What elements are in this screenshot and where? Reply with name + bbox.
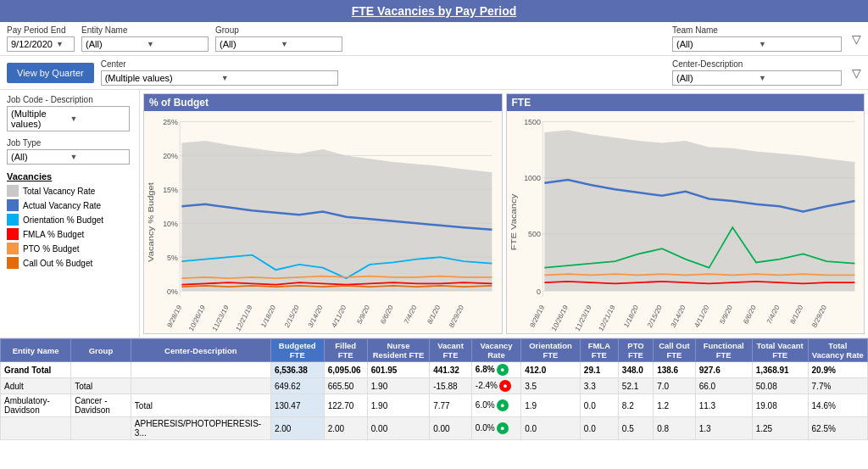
cell-nurse-res: 1.90 — [367, 378, 429, 394]
cell-functional: 66.0 — [695, 378, 752, 394]
vacancies-legend: Vacancies Total Vacancy Rate Actual Vaca… — [7, 171, 132, 269]
col-vacancy-rate: Vacancy Rate — [471, 339, 520, 362]
col-center: Center-Description — [131, 339, 270, 362]
cell-vacancy-rate: 6.8%● — [471, 362, 520, 378]
fmla-swatch — [7, 228, 19, 240]
pay-period-arrow: ▼ — [56, 40, 70, 48]
budget-chart-title: % of Budget — [144, 94, 502, 111]
center-desc-label: Center-Description — [672, 59, 842, 69]
cell-entity: Adult — [1, 378, 71, 394]
cell-orientation: 0.0 — [521, 417, 581, 440]
team-label: Team Name — [672, 25, 842, 35]
svg-text:25%: 25% — [163, 117, 178, 127]
cell-callout: 138.6 — [654, 362, 696, 378]
budget-chart-svg: Vacancy % Budget 25% 20% 15% 10% 5% — [144, 111, 502, 333]
cell-group — [71, 362, 131, 378]
cell-total-vacant: 1,368.91 — [752, 362, 808, 378]
col-group: Group — [71, 339, 131, 362]
legend-fmla: FMLA % Budget — [7, 228, 132, 240]
vacancy-badge: ● — [497, 399, 509, 411]
job-code-arrow: ▼ — [70, 114, 126, 123]
svg-text:20%: 20% — [163, 151, 178, 161]
cell-vacancy-rate: -2.4%● — [471, 378, 520, 394]
pto-label: PTO % Budget — [23, 244, 80, 254]
col-fmla: FMLA FTE — [580, 339, 618, 362]
cell-fmla: 29.1 — [580, 362, 618, 378]
col-orientation: Orientation FTE — [521, 339, 581, 362]
center-select[interactable]: (Multiple values) ▼ — [101, 70, 338, 86]
cell-vacant: -15.88 — [430, 378, 472, 394]
legend-callout: Call Out % Budget — [7, 257, 132, 269]
fte-chart: FTE FTE Vacancy 1500 1000 500 — [506, 93, 865, 334]
center-desc-filter-icon[interactable]: ▽ — [852, 66, 861, 80]
cell-callout: 0.8 — [654, 417, 696, 440]
vacancy-badge: ● — [499, 380, 511, 392]
view-by-quarter-button[interactable]: View by Quarter — [7, 63, 94, 83]
cell-vacant: 7.77 — [430, 394, 472, 417]
orientation-label: Orientation % Budget — [23, 215, 103, 225]
page-title: FTE Vacancies by Pay Period — [0, 0, 868, 22]
col-filled-fte: Filled FTE — [324, 339, 367, 362]
legend-pto: PTO % Budget — [7, 243, 132, 254]
job-code-section: Job Code - Description (Multiple values)… — [7, 95, 132, 131]
total-vacancy-swatch — [7, 185, 19, 197]
total-vacancy-label: Total Vacancy Rate — [23, 187, 95, 196]
col-total-vacancy-rate: Total Vacancy Rate — [808, 339, 867, 362]
group-select[interactable]: (All) ▼ — [215, 36, 342, 52]
col-vacant-fte: Vacant FTE — [430, 339, 472, 362]
col-pto: PTO FTE — [618, 339, 653, 362]
cell-pto: 0.5 — [618, 417, 653, 440]
cell-total-vacancy-rate: 62.5% — [808, 417, 867, 440]
team-arrow: ▼ — [759, 40, 837, 48]
cell-budgeted: 6,536.38 — [270, 362, 324, 378]
table-row: Adult Total 649.62 665.50 1.90 -15.88 -2… — [1, 378, 868, 394]
cell-vacancy-rate: 0.0%● — [471, 417, 520, 440]
cell-group: Total — [71, 378, 131, 394]
cell-center — [131, 362, 270, 378]
table-header-row: Entity Name Group Center-Description Bud… — [1, 339, 868, 362]
entity-filter: Entity Name (All) ▼ — [81, 25, 209, 52]
vacancies-title: Vacancies — [7, 171, 132, 181]
entity-select[interactable]: (All) ▼ — [81, 36, 209, 52]
team-select[interactable]: (All) ▼ — [672, 36, 842, 52]
cell-pto: 52.1 — [618, 378, 653, 394]
svg-text:1500: 1500 — [524, 117, 541, 127]
pay-period-filter: Pay Period End 9/12/2020 ▼ — [7, 25, 75, 52]
col-budgeted-fte: Budgeted FTE — [270, 339, 324, 362]
col-callout: Call Out FTE — [654, 339, 696, 362]
cell-entity — [1, 417, 71, 440]
orientation-swatch — [7, 214, 19, 226]
cell-total-vacancy-rate: 14.6% — [808, 394, 867, 417]
table-row: Grand Total 6,536.38 6,095.06 601.95 441… — [1, 362, 868, 378]
data-table: Entity Name Group Center-Description Bud… — [0, 338, 868, 469]
cell-vacancy-rate: 6.0%● — [471, 394, 520, 417]
cell-orientation: 1.9 — [521, 394, 581, 417]
cell-functional: 927.6 — [695, 362, 752, 378]
pay-period-select[interactable]: 9/12/2020 ▼ — [7, 36, 75, 52]
svg-text:0%: 0% — [167, 286, 178, 296]
sidebar: Job Code - Description (Multiple values)… — [0, 90, 140, 338]
fmla-label: FMLA % Budget — [23, 230, 84, 239]
cell-fmla: 0.0 — [580, 417, 618, 440]
vacancies-table: Entity Name Group Center-Description Bud… — [0, 338, 868, 440]
group-arrow: ▼ — [281, 40, 338, 48]
job-code-select[interactable]: (Multiple values) ▼ — [7, 106, 130, 131]
job-type-select[interactable]: (All) ▼ — [7, 149, 130, 165]
charts-area: % of Budget Vacancy % Budget — [140, 90, 868, 338]
center-desc-select[interactable]: (All) ▼ — [672, 70, 842, 86]
legend-orientation: Orientation % Budget — [7, 214, 132, 226]
col-entity: Entity Name — [1, 339, 71, 362]
cell-callout: 7.0 — [654, 378, 696, 394]
table-row: Ambulatory-Davidson Cancer - Davidson To… — [1, 394, 868, 417]
cell-vacant: 0.00 — [430, 417, 472, 440]
fte-chart-svg: FTE Vacancy 1500 1000 500 0 — [507, 111, 865, 333]
cell-functional: 11.3 — [695, 394, 752, 417]
team-filter: Team Name (All) ▼ — [672, 25, 842, 52]
center-filter: Center (Multiple values) ▼ — [101, 59, 338, 86]
team-filter-icon[interactable]: ▽ — [852, 32, 861, 46]
cell-total-vacant: 1.25 — [752, 417, 808, 440]
cell-total-vacancy-rate: 20.9% — [808, 362, 867, 378]
pay-period-label: Pay Period End — [7, 25, 75, 35]
cell-budgeted: 649.62 — [270, 378, 324, 394]
callout-label: Call Out % Budget — [23, 259, 92, 268]
